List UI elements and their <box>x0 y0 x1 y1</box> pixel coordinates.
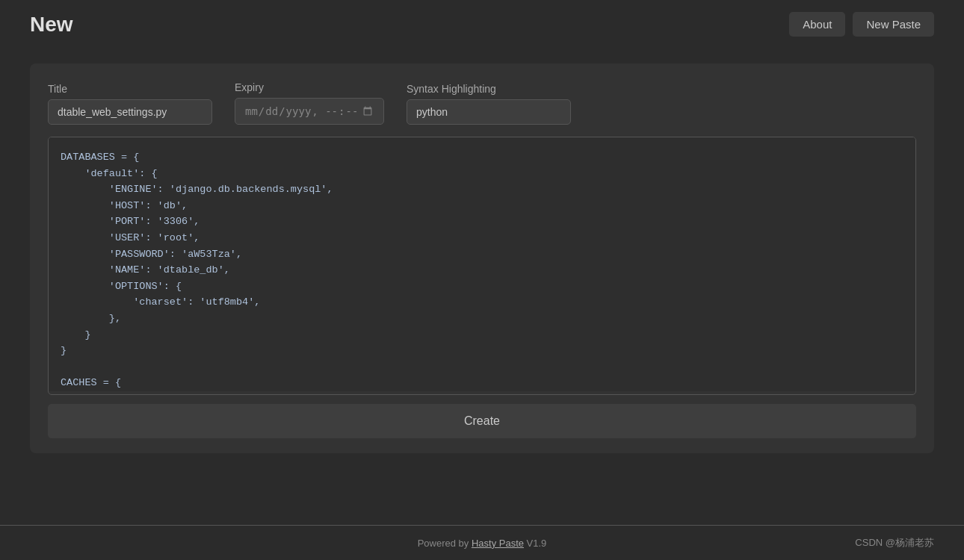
footer-center: Powered by Hasty Paste V1.9 <box>418 538 547 549</box>
syntax-field-group: Syntax Highlighting pythontextjavascript… <box>407 83 571 125</box>
header: New About New Paste <box>0 0 964 49</box>
version-text: V1.9 <box>524 538 546 549</box>
syntax-select[interactable]: pythontextjavascripthtmlcssbashsqljson <box>407 99 571 125</box>
code-editor-wrapper <box>48 137 916 395</box>
create-button[interactable]: Create <box>48 404 916 438</box>
powered-by-text: Powered by <box>418 538 472 549</box>
title-label: Title <box>48 83 212 95</box>
about-button[interactable]: About <box>789 12 845 37</box>
footer: Powered by Hasty Paste V1.9 CSDN @杨浦老苏 <box>0 525 964 560</box>
expiry-label: Expiry <box>235 81 384 93</box>
syntax-label: Syntax Highlighting <box>407 83 571 95</box>
code-editor[interactable] <box>49 137 915 391</box>
form-container: Title Expiry Syntax Highlighting pythont… <box>30 63 934 453</box>
form-fields: Title Expiry Syntax Highlighting pythont… <box>48 81 916 125</box>
expiry-input[interactable] <box>235 98 384 125</box>
expiry-field-group: Expiry <box>235 81 384 125</box>
title-field-group: Title <box>48 83 212 125</box>
footer-credit: CSDN @杨浦老苏 <box>855 536 934 550</box>
hasty-paste-link[interactable]: Hasty Paste <box>472 538 524 549</box>
new-paste-button[interactable]: New Paste <box>853 12 934 37</box>
main-content: Title Expiry Syntax Highlighting pythont… <box>0 49 964 468</box>
title-input[interactable] <box>48 99 212 125</box>
header-nav: About New Paste <box>789 12 934 37</box>
page-title: New <box>30 13 73 37</box>
